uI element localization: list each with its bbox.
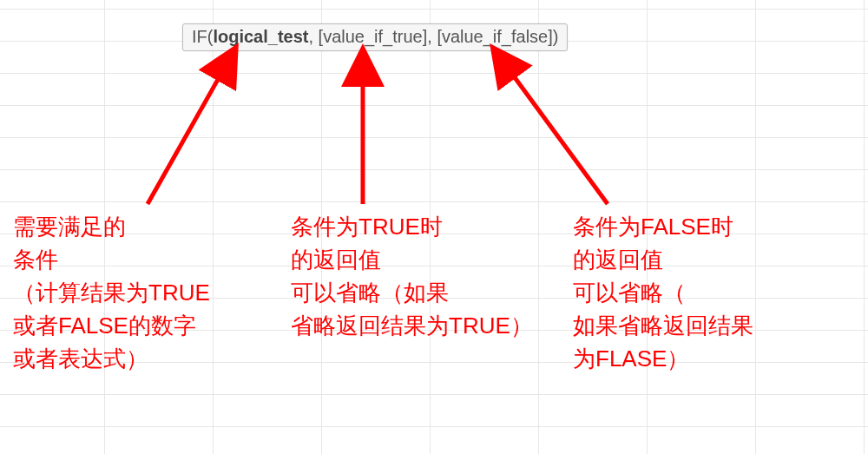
formula-tooltip: IF(logical_test, [value_if_true], [value…	[182, 23, 568, 51]
note-value-if-false: 条件为FALSE时 的返回值 可以省略（ 如果省略返回结果 为FLASE）	[573, 210, 753, 375]
tooltip-arg3: [value_if_false]	[437, 27, 552, 46]
tooltip-arg1: logical_test	[213, 27, 308, 46]
tooltip-arg2: [value_if_true]	[319, 27, 428, 46]
note-logical-test: 需要满足的 条件 （计算结果为TRUE 或者FALSE的数字 或者表达式）	[13, 210, 210, 375]
note-value-if-true: 条件为TRUE时 的返回值 可以省略（如果 省略返回结果为TRUE）	[291, 210, 533, 342]
tooltip-suffix: )	[553, 27, 559, 46]
tooltip-prefix: IF(	[192, 27, 213, 46]
tooltip-sep1: ,	[308, 27, 318, 46]
tooltip-sep2: ,	[427, 27, 437, 46]
